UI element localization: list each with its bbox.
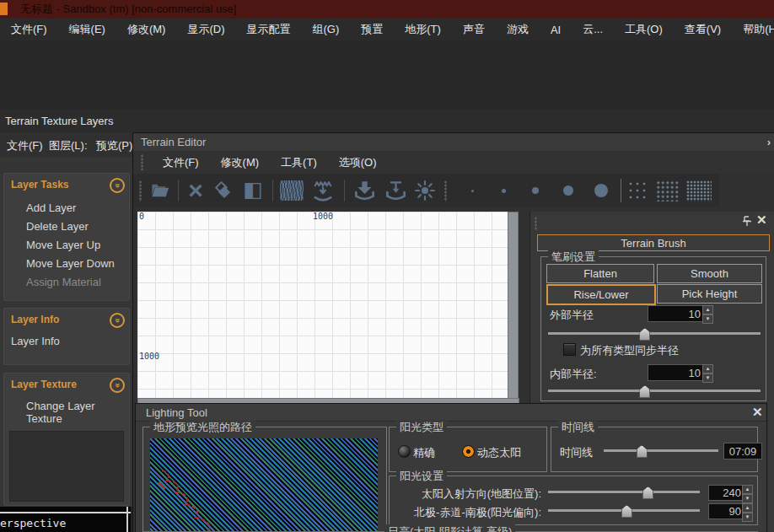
te-noise-icon[interactable] <box>280 180 304 201</box>
flatten-button[interactable]: Flatten <box>546 264 654 283</box>
te-import-terrain-icon[interactable] <box>382 178 409 203</box>
menu-tools[interactable]: 工具(O) <box>614 22 674 37</box>
vertical-scrollbar[interactable] <box>508 212 519 400</box>
menu-modify[interactable]: 修改(M) <box>116 22 177 37</box>
te-menu-options[interactable]: 选项(O) <box>328 155 388 170</box>
menu-bar: 文件(F) 编辑(E) 修改(M) 显示(D) 显示配置 组(G) 预置 地形(… <box>0 19 774 40</box>
dock-close-icon[interactable]: ✕ <box>756 214 767 226</box>
brush-size-2-icon[interactable] <box>502 189 506 193</box>
lighting-tool-titlebar[interactable]: Lighting Tool <box>136 404 766 422</box>
noise-density-mid-icon[interactable] <box>656 180 680 202</box>
menu-sound[interactable]: 声音 <box>452 22 496 37</box>
slider-thumb[interactable] <box>642 486 653 499</box>
dynamic-sun-radio[interactable] <box>462 445 475 458</box>
te-menu-file[interactable]: 文件(F) <box>152 155 210 170</box>
collapse-chevron-icon[interactable]: » <box>110 313 125 328</box>
menu-help[interactable]: 帮助(H) <box>732 22 774 37</box>
lighting-tool-title: Lighting Tool <box>146 406 207 419</box>
dynamic-sun-radio-label[interactable]: 动态太阳 <box>477 445 521 460</box>
brush-size-4-icon[interactable] <box>563 185 573 196</box>
te-toolbar-grip[interactable] <box>139 180 142 202</box>
slider-thumb[interactable] <box>639 328 650 341</box>
te-scale-icon[interactable] <box>212 180 235 202</box>
te-toolbar-grip2[interactable] <box>444 180 447 202</box>
menu-ai[interactable]: AI <box>540 24 572 36</box>
layers-menu-file[interactable]: 文件(F) <box>7 138 43 153</box>
terrain-lighting-preview[interactable] <box>150 438 378 532</box>
brush-size-3-icon[interactable] <box>532 187 539 194</box>
menu-edit[interactable]: 编辑(E) <box>58 22 116 37</box>
move-layer-down-item[interactable]: Move Layer Down <box>4 255 129 273</box>
inner-radius-slider[interactable] <box>548 385 761 396</box>
sun-polar-spinner[interactable]: ▲▼ <box>742 503 753 522</box>
te-flatten-icon[interactable] <box>309 178 337 203</box>
window-chevron-icon[interactable]: › <box>767 136 771 148</box>
menu-view[interactable]: 查看(V) <box>674 22 732 37</box>
slider-thumb[interactable] <box>621 505 632 518</box>
inner-radius-spinner[interactable]: ▲▼ <box>702 364 713 383</box>
timeline-value[interactable]: 07:09 <box>723 443 762 459</box>
add-layer-item[interactable]: Add Layer <box>4 199 129 218</box>
brush-settings-legend: 笔刷设置 <box>548 250 599 265</box>
menu-file[interactable]: 文件(F) <box>0 22 58 37</box>
dock-grip[interactable] <box>535 217 537 230</box>
rise-lower-button[interactable]: Rise/Lower <box>546 284 656 305</box>
collapse-chevron-icon[interactable]: » <box>110 178 125 193</box>
menu-group[interactable]: 组(G) <box>302 22 351 37</box>
menu-prefab[interactable]: 预置 <box>350 22 394 37</box>
layers-menu-layer[interactable]: 图层(L): <box>49 138 88 153</box>
menu-grip[interactable] <box>141 154 143 170</box>
noise-density-high-icon[interactable] <box>686 180 712 202</box>
slider-track[interactable] <box>548 491 700 493</box>
menu-display-config[interactable]: 显示配置 <box>236 22 302 37</box>
inner-radius-input[interactable]: 10 <box>648 364 707 381</box>
menu-display[interactable]: 显示(D) <box>176 22 235 37</box>
pin-icon[interactable] <box>741 215 753 227</box>
outer-radius-input[interactable]: 10 <box>648 305 707 322</box>
slider-thumb[interactable] <box>637 445 648 458</box>
outer-radius-slider[interactable] <box>548 328 761 339</box>
move-layer-up-item[interactable]: Move Layer Up <box>4 236 129 255</box>
slider-track[interactable] <box>548 332 761 335</box>
change-layer-texture-item[interactable]: Change Layer Texture <box>4 397 110 428</box>
sun-azimuth-spinner[interactable]: ▲▼ <box>742 485 753 503</box>
sun-type-legend: 阳光类型 <box>396 420 447 435</box>
te-sun-icon[interactable] <box>412 178 438 203</box>
sun-azimuth-slider[interactable] <box>548 486 700 497</box>
menu-game[interactable]: 游戏 <box>496 22 540 37</box>
menu-terrain[interactable]: 地形(T) <box>394 22 452 37</box>
outer-radius-spinner[interactable]: ▲▼ <box>702 305 713 324</box>
te-delete-icon[interactable]: × <box>184 176 207 205</box>
slider-track[interactable] <box>604 449 718 452</box>
layers-menu-preview[interactable]: 预览(P) <box>96 138 132 153</box>
slider-track[interactable] <box>548 390 761 392</box>
terrain-brush-tab-button[interactable]: Terrain Brush <box>537 234 770 251</box>
assign-material-item[interactable]: Assign Material <box>4 273 129 292</box>
terrain-editor-titlebar[interactable]: Terrain Editor › <box>133 133 774 152</box>
grid-origin-label: 0 <box>139 212 144 221</box>
sun-polar-slider[interactable] <box>548 505 700 516</box>
te-import-icon[interactable] <box>351 178 378 203</box>
perspective-viewport[interactable]: erspective <box>0 507 131 532</box>
grid-x-label: 1000 <box>313 212 333 221</box>
brush-size-1-icon[interactable] <box>471 190 474 192</box>
pick-height-button[interactable]: Pick Height <box>657 284 762 304</box>
te-open-icon[interactable] <box>148 180 173 202</box>
precise-radio[interactable] <box>398 445 411 458</box>
sync-radius-checkbox[interactable] <box>563 343 576 356</box>
te-contrast-icon[interactable]: ◧ <box>243 179 263 200</box>
brush-size-5-icon[interactable] <box>594 184 608 197</box>
precise-radio-label[interactable]: 精确 <box>413 445 435 460</box>
collapse-chevron-icon[interactable]: » <box>110 378 125 393</box>
lighting-close-icon[interactable]: ✕ <box>752 406 763 418</box>
smooth-button[interactable]: Smooth <box>657 264 762 283</box>
timeline-slider[interactable] <box>604 445 718 456</box>
te-menu-modify[interactable]: 修改(M) <box>210 155 271 170</box>
noise-density-low-icon[interactable] <box>627 180 649 202</box>
heightmap-grid-canvas[interactable]: 0 1000 1000 <box>137 212 508 398</box>
outer-radius-label: 外部半径 <box>550 308 594 323</box>
menu-cloud[interactable]: 云... <box>572 22 614 37</box>
delete-layer-item[interactable]: Delete Layer <box>4 218 129 236</box>
slider-thumb[interactable] <box>639 385 650 398</box>
te-menu-tools[interactable]: 工具(T) <box>270 155 328 170</box>
